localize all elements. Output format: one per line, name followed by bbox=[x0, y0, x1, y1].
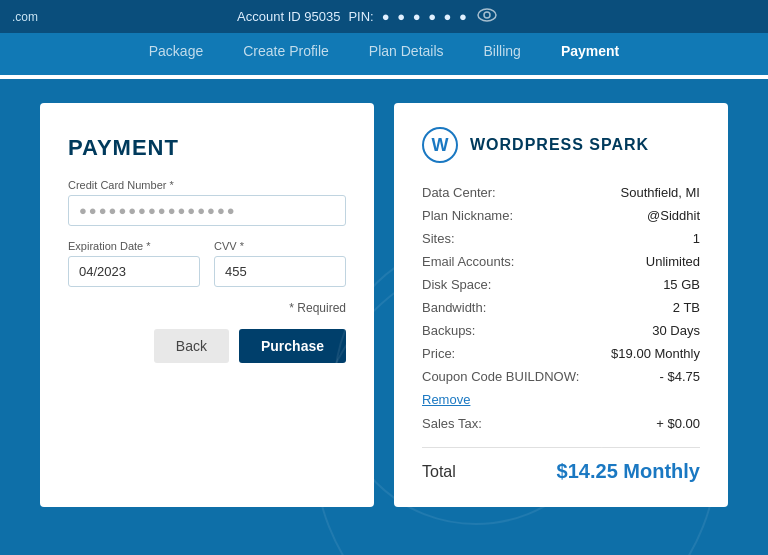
sites-label: Sites: bbox=[422, 231, 455, 246]
order-row-bandwidth: Bandwidth: 2 TB bbox=[422, 296, 700, 319]
tax-label: Sales Tax: bbox=[422, 416, 482, 431]
cvv-label: CVV * bbox=[214, 240, 346, 252]
bandwidth-value: 2 TB bbox=[673, 300, 700, 315]
bandwidth-label: Bandwidth: bbox=[422, 300, 486, 315]
tab-payment[interactable]: Payment bbox=[561, 43, 619, 65]
disk-value: 15 GB bbox=[663, 277, 700, 292]
nickname-label: Plan Nickname: bbox=[422, 208, 513, 223]
total-value: $14.25 Monthly bbox=[557, 460, 700, 483]
price-label: Price: bbox=[422, 346, 455, 361]
datacenter-value: Southfield, MI bbox=[621, 185, 701, 200]
email-label: Email Accounts: bbox=[422, 254, 515, 269]
price-value: $19.00 Monthly bbox=[611, 346, 700, 361]
order-row-tax: Sales Tax: + $0.00 bbox=[422, 412, 700, 435]
required-note: * Required bbox=[68, 301, 346, 315]
backups-label: Backups: bbox=[422, 323, 475, 338]
credit-card-input[interactable] bbox=[68, 195, 346, 226]
progress-bar-container bbox=[0, 75, 768, 79]
order-row-price: Price: $19.00 Monthly bbox=[422, 342, 700, 365]
total-label: Total bbox=[422, 463, 456, 481]
eye-icon[interactable] bbox=[477, 8, 497, 25]
order-row-nickname: Plan Nickname: @Siddhit bbox=[422, 204, 700, 227]
order-row-backups: Backups: 30 Days bbox=[422, 319, 700, 342]
order-row-coupon: Coupon Code BUILDNOW: - $4.75 bbox=[422, 365, 700, 388]
tab-create-profile[interactable]: Create Profile bbox=[243, 43, 329, 65]
datacenter-label: Data Center: bbox=[422, 185, 496, 200]
order-title: WORDPRESS SPARK bbox=[470, 136, 649, 154]
nav-bar: Package Create Profile Plan Details Bill… bbox=[0, 33, 768, 79]
account-id: Account ID 95035 bbox=[237, 9, 340, 24]
disk-label: Disk Space: bbox=[422, 277, 491, 292]
order-rows: Data Center: Southfield, MI Plan Nicknam… bbox=[422, 181, 700, 435]
wp-logo-symbol: W bbox=[432, 135, 449, 156]
expiration-group: Expiration Date * bbox=[68, 240, 200, 287]
order-row-email: Email Accounts: Unlimited bbox=[422, 250, 700, 273]
expiry-cvv-row: Expiration Date * CVV * bbox=[68, 240, 346, 301]
tab-package[interactable]: Package bbox=[149, 43, 203, 65]
tax-value: + $0.00 bbox=[656, 416, 700, 431]
expiration-label: Expiration Date * bbox=[68, 240, 200, 252]
svg-point-1 bbox=[484, 12, 490, 18]
credit-card-label: Credit Card Number * bbox=[68, 179, 346, 191]
site-label: .com bbox=[12, 10, 38, 24]
cvv-input[interactable] bbox=[214, 256, 346, 287]
svg-point-0 bbox=[478, 9, 496, 21]
cvv-group: CVV * bbox=[214, 240, 346, 287]
credit-card-group: Credit Card Number * bbox=[68, 179, 346, 226]
expiration-input[interactable] bbox=[68, 256, 200, 287]
backups-value: 30 Days bbox=[652, 323, 700, 338]
order-row-datacenter: Data Center: Southfield, MI bbox=[422, 181, 700, 204]
order-divider bbox=[422, 447, 700, 448]
back-button[interactable]: Back bbox=[154, 329, 229, 363]
progress-bar-fill bbox=[0, 75, 768, 79]
order-header: W WORDPRESS SPARK bbox=[422, 127, 700, 163]
order-row-disk: Disk Space: 15 GB bbox=[422, 273, 700, 296]
order-panel: W WORDPRESS SPARK Data Center: Southfiel… bbox=[394, 103, 728, 507]
nickname-value: @Siddhit bbox=[647, 208, 700, 223]
total-row: Total $14.25 Monthly bbox=[422, 460, 700, 483]
remove-coupon-link[interactable]: Remove bbox=[422, 392, 470, 407]
coupon-label: Coupon Code BUILDNOW: bbox=[422, 369, 579, 384]
tab-plan-details[interactable]: Plan Details bbox=[369, 43, 444, 65]
purchase-button[interactable]: Purchase bbox=[239, 329, 346, 363]
sites-value: 1 bbox=[693, 231, 700, 246]
pin-dots: ● ● ● ● ● ● bbox=[382, 9, 469, 24]
main-content: PAYMENT Credit Card Number * Expiration … bbox=[0, 79, 768, 531]
nav-tabs: Package Create Profile Plan Details Bill… bbox=[149, 43, 620, 75]
payment-title: PAYMENT bbox=[68, 135, 346, 161]
payment-panel: PAYMENT Credit Card Number * Expiration … bbox=[40, 103, 374, 507]
account-info: Account ID 95035 PIN: ● ● ● ● ● ● bbox=[237, 8, 497, 25]
pin-label: PIN: bbox=[348, 9, 373, 24]
email-value: Unlimited bbox=[646, 254, 700, 269]
button-row: Back Purchase bbox=[68, 329, 346, 363]
coupon-value: - $4.75 bbox=[660, 369, 700, 384]
top-bar: .com Account ID 95035 PIN: ● ● ● ● ● ● bbox=[0, 0, 768, 33]
wordpress-logo: W bbox=[422, 127, 458, 163]
order-row-sites: Sites: 1 bbox=[422, 227, 700, 250]
tab-billing[interactable]: Billing bbox=[484, 43, 521, 65]
